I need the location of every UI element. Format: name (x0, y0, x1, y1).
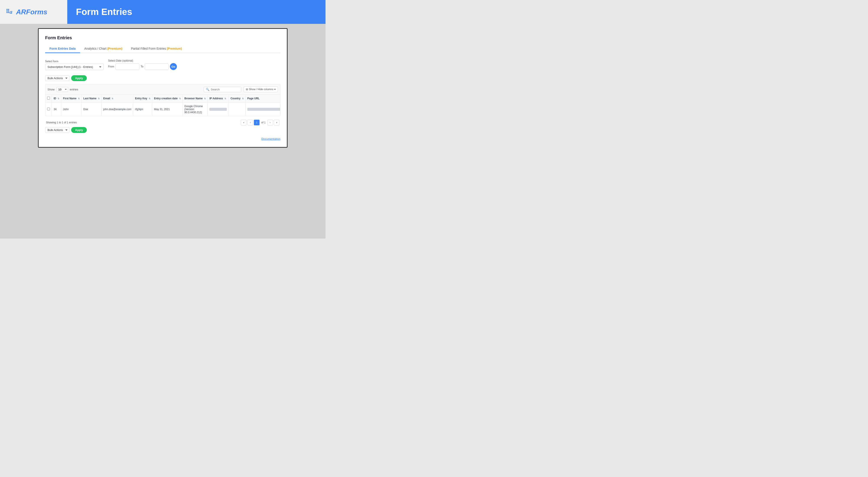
top-bulk-bar: Bulk Actions Apply (45, 75, 280, 81)
top-apply-button[interactable]: Apply (71, 75, 87, 81)
th-last-name: Last Name ⇅ (82, 95, 101, 103)
date-to-input[interactable] (145, 64, 168, 70)
td-browser-name: Google Chrome (Version: 90.0.4430.212) (183, 103, 208, 116)
logo-icon: a (6, 8, 14, 16)
svg-rect-3 (8, 10, 9, 11)
pagination-prev-button[interactable]: ‹ (247, 120, 253, 125)
sort-icon-first-name[interactable]: ⇅ (78, 97, 80, 100)
svg-rect-5 (8, 12, 9, 13)
showing-text: Showing 1 to 1 of 1 entries (46, 121, 77, 124)
svg-rect-4 (6, 12, 8, 13)
search-input[interactable] (211, 88, 239, 91)
top-header: a ARForms Form Entries (0, 0, 326, 24)
entries-table: ID ⇅ First Name ⇅ Last Name ⇅ Email (45, 95, 280, 116)
select-form-dropdown[interactable]: Subscription Form [144] (1 - Entries) (45, 64, 104, 70)
date-from-input[interactable] (116, 64, 139, 70)
sort-icon-email[interactable]: ⇅ (112, 97, 113, 100)
documentation-link[interactable]: Documentation (45, 137, 280, 140)
td-page-url (245, 103, 280, 116)
td-entry-creation-date: May 31, 2021 (152, 103, 183, 116)
sort-icon-browser-name[interactable]: ⇅ (204, 97, 206, 100)
tabs: Form Entries Data Analytics / Chart (Pre… (45, 45, 280, 53)
table-right-controls: 🔍 ⊞ Show / Hide columns ▾ (204, 87, 278, 92)
bottom-apply-button[interactable]: Apply (71, 127, 87, 133)
td-country (229, 103, 245, 116)
chevron-down-icon: ▾ (274, 88, 276, 91)
pagination: « ‹ 1 of 1 › » (241, 120, 279, 125)
pagination-of-label: of 1 (260, 121, 267, 124)
td-email: john.doe@example.com (101, 103, 133, 116)
entries-select[interactable]: 10 25 50 100 (56, 87, 68, 92)
th-page-url: Page URL (245, 95, 280, 103)
go-button[interactable]: Go (170, 63, 177, 70)
svg-text:a: a (9, 9, 12, 15)
th-id: ID ⇅ (52, 95, 61, 103)
td-entry-key: rfg3qm (133, 103, 152, 116)
main-wrapper: Form Entries Form Entries Data Analytics… (0, 24, 326, 238)
entries-label: entries (70, 88, 78, 91)
table-wrapper: ID ⇅ First Name ⇅ Last Name ⇅ Email (45, 94, 280, 116)
svg-rect-0 (6, 9, 8, 10)
date-label: Select Date (optional) (108, 59, 177, 62)
tab-partial-filled[interactable]: Partial Filled Form Entries (Premium) (127, 45, 186, 53)
sort-icon-id[interactable]: ⇅ (58, 97, 59, 100)
pagination-current-button[interactable]: 1 (254, 120, 259, 125)
pagination-next-button[interactable]: › (267, 120, 273, 125)
form-controls-row: Select form Subscription Form [144] (1 -… (45, 59, 280, 70)
sort-icon-ip-address[interactable]: ⇅ (224, 97, 226, 100)
card: Form Entries Form Entries Data Analytics… (38, 28, 287, 148)
sort-icon-entry-key[interactable]: ⇅ (149, 97, 150, 100)
page-url-blurred (247, 108, 280, 111)
th-checkbox (45, 95, 52, 103)
sort-icon-country[interactable]: ⇅ (242, 97, 244, 100)
td-ip-address (208, 103, 229, 116)
th-email: Email ⇅ (101, 95, 133, 103)
pagination-first-button[interactable]: « (241, 120, 247, 125)
td-first-name: John (61, 103, 82, 116)
th-entry-creation-date: Entry creation date ⇅ (152, 95, 183, 103)
table-footer: Showing 1 to 1 of 1 entries « ‹ 1 of 1 ›… (45, 118, 280, 127)
th-entry-key: Entry Key ⇅ (133, 95, 152, 103)
th-ip-address: IP Address ⇅ (208, 95, 229, 103)
logo-area: a ARForms (0, 0, 67, 24)
table-row: 34 John Doe john.doe@example.com rfg3qm (45, 103, 280, 116)
ip-address-blurred (209, 108, 227, 111)
td-checkbox (45, 103, 52, 116)
to-label: To (141, 65, 144, 68)
top-bulk-actions-select[interactable]: Bulk Actions (45, 75, 69, 81)
select-form-label: Select form (45, 60, 104, 63)
th-country: Country ⇅ (229, 95, 245, 103)
th-first-name: First Name ⇅ (61, 95, 82, 103)
pagination-last-button[interactable]: » (274, 120, 279, 125)
sort-icon-entry-creation-date[interactable]: ⇅ (179, 97, 181, 100)
search-box: 🔍 (204, 87, 241, 92)
card-title: Form Entries (45, 35, 280, 40)
show-hide-columns-button[interactable]: ⊞ Show / Hide columns ▾ (244, 87, 278, 92)
bottom-bulk-actions-select[interactable]: Bulk Actions (45, 127, 69, 133)
show-entries: Show 10 25 50 100 entries (48, 87, 78, 92)
date-inputs: From To Go (108, 63, 177, 70)
td-id: 34 (52, 103, 61, 116)
logo-text: ARForms (16, 8, 47, 16)
select-form-group: Select form Subscription Form [144] (1 -… (45, 60, 104, 70)
search-icon: 🔍 (206, 88, 209, 91)
select-all-checkbox[interactable] (47, 97, 50, 100)
from-label: From (108, 65, 114, 68)
tab-analytics-chart[interactable]: Analytics / Chart (Premium) (80, 45, 127, 53)
th-browser-name: Browser Name ⇅ (183, 95, 208, 103)
row-checkbox[interactable] (47, 107, 50, 110)
show-label: Show (48, 88, 55, 91)
bottom-bulk-bar: Bulk Actions Apply (45, 127, 280, 133)
td-last-name: Doe (82, 103, 101, 116)
page-title-area: Form Entries (67, 0, 326, 24)
sort-icon-last-name[interactable]: ⇅ (98, 97, 100, 100)
svg-rect-1 (8, 9, 9, 10)
table-controls: Show 10 25 50 100 entries 🔍 ⊞ Show / Hid… (45, 84, 280, 94)
table-header-row: ID ⇅ First Name ⇅ Last Name ⇅ Email (45, 95, 280, 103)
date-group: Select Date (optional) From To Go (108, 59, 177, 70)
svg-rect-2 (6, 10, 8, 11)
page-title: Form Entries (76, 7, 132, 17)
columns-icon: ⊞ (246, 88, 248, 91)
tab-form-entries-data[interactable]: Form Entries Data (45, 45, 80, 53)
